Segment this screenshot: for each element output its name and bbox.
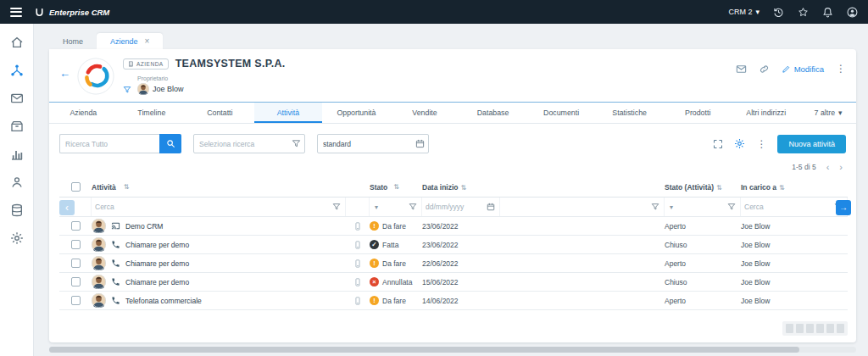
activity-name[interactable]: Chiamare per demo bbox=[125, 241, 189, 249]
email-icon[interactable] bbox=[736, 64, 747, 75]
grid-settings-gear-icon[interactable] bbox=[734, 138, 745, 149]
close-icon[interactable]: × bbox=[145, 36, 150, 46]
support-icon[interactable] bbox=[10, 175, 24, 189]
page-next-icon[interactable]: › bbox=[839, 162, 843, 172]
saved-search-input[interactable] bbox=[193, 134, 305, 153]
col-header-data-inizio[interactable]: Data inizio⇅ bbox=[422, 183, 500, 192]
filter-date-input[interactable] bbox=[422, 203, 487, 211]
analytics-icon[interactable] bbox=[10, 147, 24, 161]
tab-statistiche[interactable]: Statistiche bbox=[595, 103, 664, 123]
calendar-icon[interactable] bbox=[415, 139, 425, 148]
activity-name[interactable]: Telefonata commerciale bbox=[125, 297, 202, 305]
tab-prodotti[interactable]: Prodotti bbox=[664, 103, 732, 123]
crm-instance-selector[interactable]: CRM 2 ▾ bbox=[728, 8, 760, 16]
row-checkbox[interactable] bbox=[71, 240, 81, 249]
filter-funnel-icon[interactable] bbox=[651, 203, 659, 211]
scroll-left-button[interactable]: ‹ bbox=[59, 200, 75, 215]
pencil-icon bbox=[782, 64, 791, 74]
col-header-stato[interactable]: Stato⇅ bbox=[370, 183, 422, 192]
row-checkbox[interactable] bbox=[71, 296, 81, 305]
assignee-avatar bbox=[92, 275, 106, 289]
filter-funnel-icon[interactable] bbox=[727, 203, 736, 211]
col-header-attivita[interactable]: Attività⇅ bbox=[92, 183, 346, 192]
filter-status-dropdown-icon[interactable]: ▾ bbox=[375, 203, 378, 211]
more-options-icon[interactable]: ⋮ bbox=[836, 63, 846, 75]
sort-icon[interactable]: ⇅ bbox=[393, 183, 399, 191]
toolbar-more-icon[interactable]: ⋮ bbox=[756, 138, 766, 150]
mobile-phone-icon[interactable] bbox=[353, 222, 362, 231]
notifications-bell-icon[interactable] bbox=[822, 7, 833, 18]
filter-funnel-icon[interactable] bbox=[292, 139, 301, 148]
database-icon[interactable] bbox=[10, 203, 24, 217]
tabs-overflow-button[interactable]: 7 altre ▾ bbox=[800, 103, 856, 123]
tab-opportunita[interactable]: Opportunità bbox=[322, 103, 391, 123]
activity-name[interactable]: Demo CRM bbox=[125, 222, 163, 231]
favorites-star-icon[interactable] bbox=[798, 7, 809, 18]
col-header-stato-attivita[interactable]: Stato (Attività)⇅ bbox=[665, 183, 741, 192]
filter-state-dropdown-icon[interactable]: ▾ bbox=[670, 203, 673, 211]
start-date: 14/06/2022 bbox=[422, 297, 500, 305]
search-button[interactable] bbox=[159, 134, 181, 153]
app-brand: Enterprise CRM bbox=[34, 7, 109, 18]
calendar-icon[interactable] bbox=[487, 203, 495, 211]
table-row[interactable]: Chiamare per demo ! Da fare 22/06/2022 A… bbox=[59, 254, 848, 273]
mobile-phone-icon[interactable] bbox=[353, 297, 362, 305]
communications-icon[interactable] bbox=[10, 92, 24, 105]
search-input[interactable] bbox=[59, 134, 159, 153]
sort-icon[interactable]: ⇅ bbox=[779, 184, 785, 192]
tab-documenti[interactable]: Documenti bbox=[527, 103, 596, 123]
mobile-phone-icon[interactable] bbox=[353, 278, 362, 286]
history-icon[interactable] bbox=[773, 7, 784, 18]
col-header-in-carico-a[interactable]: In carico a⇅ bbox=[741, 183, 848, 192]
activity-name[interactable]: Chiamare per demo bbox=[125, 259, 189, 268]
tab-azienda[interactable]: Azienda bbox=[49, 103, 118, 123]
relations-icon[interactable] bbox=[10, 64, 24, 77]
owner-filter-icon[interactable] bbox=[123, 86, 131, 95]
archive-icon[interactable] bbox=[10, 120, 24, 133]
filter-assignee-input[interactable] bbox=[741, 203, 834, 211]
settings-gear-icon[interactable] bbox=[10, 231, 24, 245]
status-label: Da fare bbox=[382, 222, 406, 231]
select-all-checkbox[interactable] bbox=[71, 182, 81, 192]
expand-fullscreen-icon[interactable] bbox=[713, 139, 723, 149]
row-checkbox[interactable] bbox=[71, 277, 81, 286]
account-user-icon[interactable] bbox=[847, 7, 858, 18]
sort-icon[interactable]: ⇅ bbox=[716, 184, 722, 192]
home-icon[interactable] bbox=[10, 36, 24, 49]
sort-icon[interactable]: ⇅ bbox=[124, 183, 130, 191]
tab-home[interactable]: Home bbox=[49, 34, 97, 49]
mobile-phone-icon[interactable] bbox=[353, 241, 362, 249]
link-icon[interactable] bbox=[759, 64, 770, 75]
tab-attivita[interactable]: Attività bbox=[254, 103, 323, 123]
call-activity-icon bbox=[111, 259, 120, 268]
tab-aziende[interactable]: Aziende × bbox=[97, 33, 163, 49]
tab-database[interactable]: Database bbox=[459, 103, 527, 123]
table-row[interactable]: Demo CRM ! Da fare 23/06/2022 Aperto Joe… bbox=[59, 217, 848, 236]
page-prev-icon[interactable]: ‹ bbox=[826, 162, 830, 172]
tab-vendite[interactable]: Vendite bbox=[391, 103, 459, 123]
assignee-avatar bbox=[92, 256, 106, 270]
filter-funnel-icon[interactable] bbox=[332, 203, 341, 211]
tab-timeline[interactable]: Timeline bbox=[118, 103, 186, 123]
new-activity-button[interactable]: Nuova attività bbox=[777, 135, 846, 153]
filter-funnel-icon[interactable] bbox=[409, 203, 417, 211]
tab-contatti[interactable]: Contatti bbox=[186, 103, 254, 123]
row-checkbox[interactable] bbox=[71, 221, 81, 231]
sort-icon[interactable]: ⇅ bbox=[461, 184, 467, 192]
scrollbar-thumb[interactable] bbox=[49, 347, 799, 353]
filter-activity-input[interactable] bbox=[92, 203, 327, 211]
activity-name[interactable]: Chiamare per demo bbox=[125, 278, 189, 286]
scroll-right-button[interactable]: → bbox=[836, 200, 851, 215]
tab-altri-indirizzi[interactable]: Altri indirizzi bbox=[732, 103, 800, 123]
row-checkbox[interactable] bbox=[71, 259, 81, 268]
table-row[interactable]: Chiamare per demo ✓ Fatta 23/06/2022 Chi… bbox=[59, 236, 848, 254]
menu-icon[interactable] bbox=[10, 8, 22, 17]
status-label: Fatta bbox=[382, 241, 398, 249]
table-row[interactable]: Telefonata commerciale ! Da fare 14/06/2… bbox=[59, 292, 848, 310]
table-row[interactable]: Chiamare per demo × Annullata 15/06/2022… bbox=[59, 273, 848, 292]
back-arrow-icon[interactable]: ← bbox=[59, 67, 70, 80]
view-select[interactable] bbox=[317, 134, 429, 153]
mobile-phone-icon[interactable] bbox=[353, 259, 362, 268]
edit-button[interactable]: Modifica bbox=[782, 64, 824, 74]
brand-title: Enterprise CRM bbox=[49, 8, 109, 17]
